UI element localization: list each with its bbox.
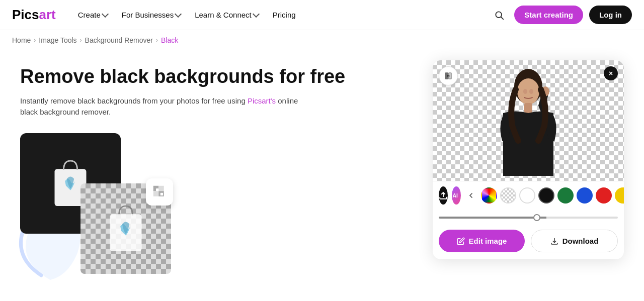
slider-area (433, 210, 624, 225)
preview-area: × (433, 60, 624, 181)
start-creating-button[interactable]: Start creating (514, 6, 583, 24)
close-button[interactable]: × (604, 66, 618, 80)
svg-rect-6 (153, 191, 159, 196)
logo-pics-text: Pics (12, 7, 39, 22)
nav-learn-connect[interactable]: Learn & Connect (189, 7, 265, 23)
edit-icon (457, 237, 465, 245)
color-red[interactable] (596, 187, 612, 204)
svg-point-17 (523, 89, 527, 94)
chevron-left-icon (468, 192, 474, 198)
breadcrumb-sep-2: › (80, 37, 82, 44)
scroll-left-arrow[interactable] (465, 189, 477, 202)
color-options (481, 187, 624, 204)
svg-line-1 (501, 17, 504, 19)
logo[interactable]: Picsart (12, 7, 56, 23)
breadcrumb-background-remover[interactable]: Background Remover (85, 36, 153, 44)
chevron-down-icon (102, 11, 109, 18)
ai-magic-icon: AI (452, 191, 461, 200)
panel-actions: Edit image Download (433, 225, 624, 259)
search-button[interactable] (490, 6, 508, 24)
chevron-down-icon (253, 11, 260, 18)
result-panel: × (433, 60, 624, 259)
upload-button[interactable] (439, 186, 448, 205)
illustration-area (20, 133, 262, 279)
color-yellow[interactable] (615, 187, 624, 204)
main-content: Remove black backgrounds for free Instan… (0, 50, 644, 279)
nav-for-businesses[interactable]: For Businesses (116, 7, 187, 23)
svg-rect-15 (524, 103, 532, 113)
color-white[interactable] (519, 187, 535, 204)
close-icon: × (609, 69, 613, 77)
svg-point-18 (529, 89, 533, 94)
compare-icon (444, 71, 453, 80)
panel-toolbar: AI (433, 181, 624, 210)
breadcrumb: Home › Image Tools › Background Remover … (0, 30, 644, 50)
search-icon (494, 10, 504, 20)
breadcrumb-sep-1: › (34, 37, 36, 44)
breadcrumb-current: Black (161, 36, 178, 44)
edit-image-button[interactable]: Edit image (439, 230, 525, 252)
breadcrumb-home[interactable]: Home (12, 36, 31, 44)
svg-rect-8 (156, 188, 158, 191)
svg-rect-5 (158, 185, 164, 191)
main-nav: Create For Businesses Learn & Connect Pr… (72, 7, 491, 23)
color-transparent[interactable] (500, 187, 516, 204)
breadcrumb-image-tools[interactable]: Image Tools (39, 36, 76, 44)
svg-text:AI: AI (453, 192, 458, 198)
page-subtitle: Instantly remove black backgrounds from … (20, 95, 312, 118)
left-content: Remove black backgrounds for free Instan… (20, 60, 413, 279)
compare-button[interactable] (439, 66, 458, 85)
color-rainbow[interactable] (481, 187, 497, 204)
model-image (488, 65, 569, 176)
nav-create[interactable]: Create (72, 7, 114, 23)
checkered-badge-icon (152, 185, 167, 199)
color-blue[interactable] (577, 187, 593, 204)
color-black[interactable] (538, 187, 554, 204)
bg-remove-badge (146, 178, 173, 206)
color-green[interactable] (557, 187, 574, 204)
ai-edit-button[interactable]: AI (452, 186, 461, 205)
download-icon (550, 237, 558, 245)
svg-point-14 (517, 78, 539, 105)
page-title: Remove black backgrounds for free (20, 65, 413, 88)
header: Picsart Create For Businesses Learn & Co… (0, 0, 644, 30)
bag-checkered-icon (103, 201, 148, 256)
breadcrumb-sep-3: › (156, 37, 158, 44)
logo-art-text: art (39, 7, 56, 22)
upload-icon (439, 191, 448, 200)
svg-rect-9 (160, 192, 163, 195)
header-actions: Start creating Log in (490, 6, 632, 24)
login-button[interactable]: Log in (589, 6, 632, 24)
download-button[interactable]: Download (531, 230, 618, 252)
zoom-slider[interactable] (439, 217, 618, 219)
nav-pricing[interactable]: Pricing (267, 7, 302, 23)
chevron-down-icon (175, 11, 182, 18)
